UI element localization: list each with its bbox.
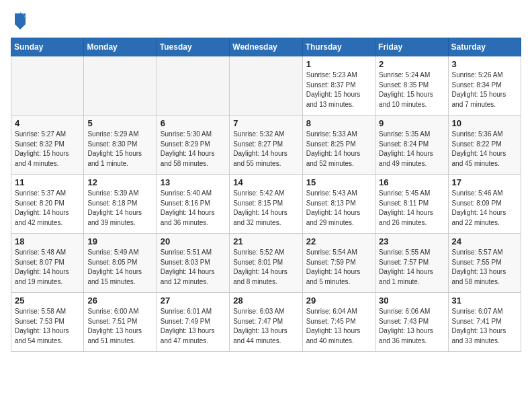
day-number: 5	[87, 118, 152, 128]
day-info: Sunrise: 5:45 AM Sunset: 8:11 PM Dayligh…	[379, 189, 444, 228]
calendar-cell: 17Sunrise: 5:46 AM Sunset: 8:09 PM Dayli…	[448, 175, 521, 234]
day-info: Sunrise: 5:36 AM Sunset: 8:22 PM Dayligh…	[452, 130, 517, 169]
svg-marker-0	[15, 13, 26, 30]
calendar-cell: 10Sunrise: 5:36 AM Sunset: 8:22 PM Dayli…	[448, 116, 521, 175]
day-info: Sunrise: 6:06 AM Sunset: 7:43 PM Dayligh…	[379, 307, 444, 346]
day-number: 21	[233, 236, 298, 246]
calendar-cell: 24Sunrise: 5:57 AM Sunset: 7:55 PM Dayli…	[448, 234, 521, 293]
calendar-cell	[157, 56, 229, 116]
column-header-saturday: Saturday	[448, 38, 521, 56]
calendar-cell: 28Sunrise: 6:03 AM Sunset: 7:47 PM Dayli…	[230, 293, 302, 352]
calendar-table: SundayMondayTuesdayWednesdayThursdayFrid…	[11, 38, 521, 352]
day-number: 17	[452, 177, 517, 187]
logo-icon	[12, 11, 28, 30]
day-number: 29	[306, 295, 371, 306]
day-info: Sunrise: 5:27 AM Sunset: 8:32 PM Dayligh…	[15, 130, 80, 169]
day-number: 25	[15, 295, 80, 306]
logo	[11, 11, 28, 30]
week-row-1: 1Sunrise: 5:23 AM Sunset: 8:37 PM Daylig…	[11, 56, 521, 116]
day-info: Sunrise: 5:29 AM Sunset: 8:30 PM Dayligh…	[87, 130, 152, 169]
column-header-wednesday: Wednesday	[230, 38, 302, 56]
calendar-cell: 27Sunrise: 6:01 AM Sunset: 7:49 PM Dayli…	[157, 293, 229, 352]
calendar-cell: 21Sunrise: 5:52 AM Sunset: 8:01 PM Dayli…	[230, 234, 302, 293]
day-number: 18	[15, 236, 80, 246]
day-info: Sunrise: 5:54 AM Sunset: 7:59 PM Dayligh…	[306, 248, 371, 287]
day-number: 26	[87, 295, 152, 306]
day-number: 6	[161, 118, 226, 128]
day-info: Sunrise: 5:55 AM Sunset: 7:57 PM Dayligh…	[379, 248, 444, 287]
calendar-cell: 6Sunrise: 5:30 AM Sunset: 8:29 PM Daylig…	[157, 116, 229, 175]
week-row-3: 11Sunrise: 5:37 AM Sunset: 8:20 PM Dayli…	[11, 175, 521, 234]
day-number: 8	[306, 118, 371, 128]
week-row-2: 4Sunrise: 5:27 AM Sunset: 8:32 PM Daylig…	[11, 116, 521, 175]
calendar-cell: 23Sunrise: 5:55 AM Sunset: 7:57 PM Dayli…	[375, 234, 448, 293]
calendar-cell: 29Sunrise: 6:04 AM Sunset: 7:45 PM Dayli…	[302, 293, 375, 352]
day-info: Sunrise: 5:26 AM Sunset: 8:34 PM Dayligh…	[452, 71, 517, 109]
day-number: 24	[452, 236, 517, 246]
calendar-cell: 12Sunrise: 5:39 AM Sunset: 8:18 PM Dayli…	[84, 175, 157, 234]
calendar-cell: 25Sunrise: 5:58 AM Sunset: 7:53 PM Dayli…	[11, 293, 84, 352]
day-info: Sunrise: 5:39 AM Sunset: 8:18 PM Dayligh…	[87, 189, 152, 228]
calendar-cell: 5Sunrise: 5:29 AM Sunset: 8:30 PM Daylig…	[84, 116, 157, 175]
calendar-cell: 7Sunrise: 5:32 AM Sunset: 8:27 PM Daylig…	[230, 116, 302, 175]
day-number: 9	[379, 118, 444, 128]
column-header-monday: Monday	[84, 38, 157, 56]
day-number: 23	[379, 236, 444, 246]
day-info: Sunrise: 5:52 AM Sunset: 8:01 PM Dayligh…	[233, 248, 298, 287]
column-header-thursday: Thursday	[302, 38, 375, 56]
calendar-cell: 1Sunrise: 5:23 AM Sunset: 8:37 PM Daylig…	[302, 56, 375, 116]
day-number: 4	[15, 118, 80, 128]
day-number: 30	[379, 295, 444, 306]
day-number: 11	[15, 177, 80, 187]
calendar-cell: 26Sunrise: 6:00 AM Sunset: 7:51 PM Dayli…	[84, 293, 157, 352]
day-number: 10	[452, 118, 517, 128]
calendar-cell: 16Sunrise: 5:45 AM Sunset: 8:11 PM Dayli…	[375, 175, 448, 234]
day-number: 3	[452, 59, 517, 69]
day-number: 1	[306, 59, 371, 69]
calendar-cell	[11, 56, 84, 116]
day-number: 19	[87, 236, 152, 246]
day-info: Sunrise: 5:23 AM Sunset: 8:37 PM Dayligh…	[306, 71, 371, 109]
day-info: Sunrise: 6:00 AM Sunset: 7:51 PM Dayligh…	[87, 307, 152, 346]
day-number: 20	[161, 236, 226, 246]
calendar-cell: 18Sunrise: 5:48 AM Sunset: 8:07 PM Dayli…	[11, 234, 84, 293]
day-info: Sunrise: 5:30 AM Sunset: 8:29 PM Dayligh…	[161, 130, 226, 169]
calendar-cell: 15Sunrise: 5:43 AM Sunset: 8:13 PM Dayli…	[302, 175, 375, 234]
page-header	[11, 11, 521, 30]
day-info: Sunrise: 5:42 AM Sunset: 8:15 PM Dayligh…	[233, 189, 298, 228]
calendar-cell: 9Sunrise: 5:35 AM Sunset: 8:24 PM Daylig…	[375, 116, 448, 175]
calendar-cell: 30Sunrise: 6:06 AM Sunset: 7:43 PM Dayli…	[375, 293, 448, 352]
day-info: Sunrise: 5:32 AM Sunset: 8:27 PM Dayligh…	[233, 130, 298, 169]
calendar-cell: 13Sunrise: 5:40 AM Sunset: 8:16 PM Dayli…	[157, 175, 229, 234]
day-number: 7	[233, 118, 298, 128]
calendar-cell: 22Sunrise: 5:54 AM Sunset: 7:59 PM Dayli…	[302, 234, 375, 293]
day-number: 12	[87, 177, 152, 187]
header-row: SundayMondayTuesdayWednesdayThursdayFrid…	[11, 38, 521, 56]
day-info: Sunrise: 5:40 AM Sunset: 8:16 PM Dayligh…	[161, 189, 226, 228]
calendar-cell: 19Sunrise: 5:49 AM Sunset: 8:05 PM Dayli…	[84, 234, 157, 293]
day-info: Sunrise: 5:49 AM Sunset: 8:05 PM Dayligh…	[87, 248, 152, 287]
day-info: Sunrise: 5:35 AM Sunset: 8:24 PM Dayligh…	[379, 130, 444, 169]
column-header-sunday: Sunday	[11, 38, 84, 56]
calendar-cell: 4Sunrise: 5:27 AM Sunset: 8:32 PM Daylig…	[11, 116, 84, 175]
calendar-cell	[230, 56, 302, 116]
column-header-friday: Friday	[375, 38, 448, 56]
day-info: Sunrise: 6:01 AM Sunset: 7:49 PM Dayligh…	[161, 307, 226, 346]
day-info: Sunrise: 5:58 AM Sunset: 7:53 PM Dayligh…	[15, 307, 80, 346]
day-info: Sunrise: 5:24 AM Sunset: 8:35 PM Dayligh…	[379, 71, 444, 109]
day-info: Sunrise: 5:48 AM Sunset: 8:07 PM Dayligh…	[15, 248, 80, 287]
day-number: 16	[379, 177, 444, 187]
calendar-cell: 2Sunrise: 5:24 AM Sunset: 8:35 PM Daylig…	[375, 56, 448, 116]
day-info: Sunrise: 5:57 AM Sunset: 7:55 PM Dayligh…	[452, 248, 517, 287]
week-row-5: 25Sunrise: 5:58 AM Sunset: 7:53 PM Dayli…	[11, 293, 521, 352]
day-info: Sunrise: 6:03 AM Sunset: 7:47 PM Dayligh…	[233, 307, 298, 346]
day-number: 15	[306, 177, 371, 187]
day-info: Sunrise: 6:07 AM Sunset: 7:41 PM Dayligh…	[452, 307, 517, 346]
day-info: Sunrise: 5:33 AM Sunset: 8:25 PM Dayligh…	[306, 130, 371, 169]
day-info: Sunrise: 5:37 AM Sunset: 8:20 PM Dayligh…	[15, 189, 80, 228]
day-info: Sunrise: 5:51 AM Sunset: 8:03 PM Dayligh…	[161, 248, 226, 287]
day-number: 22	[306, 236, 371, 246]
day-number: 14	[233, 177, 298, 187]
column-header-tuesday: Tuesday	[157, 38, 229, 56]
day-number: 28	[233, 295, 298, 306]
